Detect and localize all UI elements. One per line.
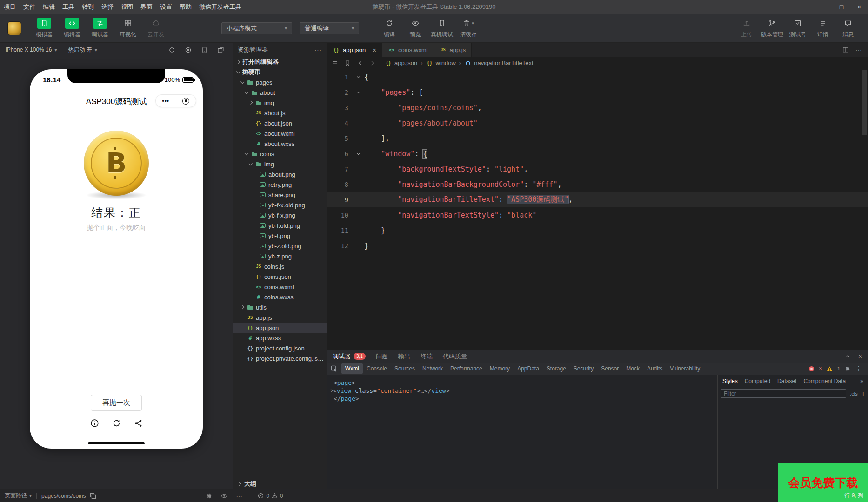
code-editor[interactable]: 1{2 "pages": [3 "pages/coins/coins",4 "p… — [327, 69, 868, 350]
project-avatar[interactable] — [7, 21, 21, 35]
file-row[interactable]: about.png — [233, 169, 327, 179]
mode-dropdown[interactable]: 小程序模式 ▾ — [221, 22, 292, 34]
code-line[interactable]: 10 "navigationBarTextStyle": "black" — [327, 207, 868, 223]
cls-toggle[interactable]: .cls — [850, 391, 858, 396]
file-row[interactable]: app.json — [233, 323, 327, 333]
style-filter-input[interactable] — [721, 389, 846, 398]
devtools-tab-memory[interactable]: Memory — [486, 363, 514, 374]
menu-item[interactable]: 工具 — [59, 0, 78, 14]
compile-mode-dropdown[interactable]: 普通编译 ▾ — [300, 22, 359, 34]
settings-icon[interactable] — [206, 493, 213, 499]
file-row[interactable]: app.wxss — [233, 333, 327, 343]
code-line[interactable]: 9 "navigationBarTitleText": "ASP300源码测试"… — [327, 192, 868, 207]
section-row[interactable]: 抛硬币 — [233, 67, 327, 77]
devtools-tab-wxml[interactable]: Wxml — [341, 363, 363, 374]
menu-item[interactable]: 设置 — [156, 0, 176, 14]
minimize-icon[interactable]: ─ — [815, 0, 833, 14]
devtools-tab-sensor[interactable]: Sensor — [597, 363, 622, 374]
file-row[interactable]: coins.wxss — [233, 292, 327, 302]
file-row[interactable]: coins.js — [233, 261, 327, 271]
styles-tab-styles[interactable]: Styles — [722, 378, 738, 384]
editor-tab[interactable]: app.json× — [327, 43, 382, 57]
folder-row[interactable]: img — [233, 159, 327, 169]
code-line[interactable]: 11 } — [327, 223, 868, 238]
file-row[interactable]: yb-z.png — [233, 251, 327, 261]
test-account-button[interactable]: 测试号 — [787, 18, 808, 39]
devtools-tab-audits[interactable]: Audits — [643, 363, 666, 374]
code-line[interactable]: 8 "navigationBarBackgroundColor": "#fff"… — [327, 177, 868, 192]
inspect-element-button[interactable] — [331, 365, 338, 372]
file-row[interactable]: coins.wxml — [233, 282, 327, 292]
editor-scrollbar[interactable] — [862, 70, 867, 135]
more-actions-icon[interactable]: ··· — [314, 46, 322, 53]
devtools-tab-console[interactable]: Console — [363, 363, 391, 374]
folder-row[interactable]: utils — [233, 302, 327, 312]
record-icon[interactable] — [185, 46, 192, 53]
clear-cache-button[interactable]: ▾清缓存 — [458, 18, 479, 39]
debugger-tab[interactable]: 代码质量 — [443, 352, 467, 361]
device-selector[interactable]: iPhone X 100% 16 ▾ — [6, 46, 57, 53]
devtools-tab-security[interactable]: Security — [570, 363, 597, 374]
editor-tab[interactable]: app.js — [434, 43, 472, 57]
menu-item[interactable]: 编辑 — [39, 0, 59, 14]
menu-item[interactable]: 帮助 — [176, 0, 195, 14]
folder-row[interactable]: pages — [233, 77, 327, 87]
file-row[interactable]: yb-f-x.old.png — [233, 200, 327, 210]
devtools-tab-storage[interactable]: Storage — [543, 363, 570, 374]
problem-counts[interactable]: 0 0 — [258, 493, 283, 499]
more-options-icon[interactable]: ⋮ — [855, 365, 862, 372]
editor-tab[interactable]: coins.wxml — [382, 43, 434, 57]
code-line[interactable]: 2 "pages": [ — [327, 85, 868, 100]
messages-button[interactable]: 消息 — [837, 18, 859, 39]
code-line[interactable]: 6 "window": { — [327, 146, 868, 161]
navigate-back-icon[interactable] — [357, 60, 363, 66]
split-editor-icon[interactable] — [842, 46, 849, 53]
devtools-tab-sources[interactable]: Sources — [391, 363, 419, 374]
open-editors-icon[interactable] — [332, 60, 338, 66]
styles-tab-component-data[interactable]: Component Data — [803, 378, 846, 384]
code-line[interactable]: 1{ — [327, 69, 868, 85]
more-icons[interactable]: ⋯ — [236, 492, 243, 500]
menu-item[interactable]: 转到 — [78, 0, 98, 14]
page-path-dropdown[interactable]: 页面路径 ▾ — [5, 492, 32, 500]
code-line[interactable]: 7 "backgroundTextStyle": "light", — [327, 161, 868, 177]
devtools-tab-mock[interactable]: Mock — [622, 363, 643, 374]
menu-item[interactable]: 文件 — [20, 0, 39, 14]
file-row[interactable]: yb-f.old.png — [233, 220, 327, 231]
file-row[interactable]: yb-z.old.png — [233, 241, 327, 251]
menu-item[interactable]: 选择 — [98, 0, 117, 14]
devtools-tab-performance[interactable]: Performance — [447, 363, 486, 374]
outline-section[interactable]: 大纲 — [233, 478, 327, 489]
gear-icon[interactable] — [845, 366, 851, 372]
menu-item[interactable]: 项目 — [0, 0, 20, 14]
visualization-button[interactable]: 可视化 — [117, 18, 139, 39]
preview-button[interactable]: 预览 — [405, 18, 426, 39]
breadcrumb-item[interactable]: window — [426, 59, 456, 67]
dom-node[interactable]: </page> — [329, 395, 715, 403]
folder-row[interactable]: coins — [233, 149, 327, 159]
dom-node[interactable]: <page> — [329, 379, 715, 387]
simulator-button[interactable]: 模拟器 — [33, 18, 55, 39]
menu-item[interactable]: 界面 — [137, 0, 156, 14]
detach-window-icon[interactable] — [217, 46, 224, 53]
navigate-forward-icon[interactable] — [369, 60, 376, 66]
debugger-tab[interactable]: 问题 — [376, 352, 388, 361]
dom-node[interactable]: <view class="container">…</view> — [329, 387, 715, 395]
code-line[interactable]: 5 ], — [327, 131, 868, 146]
file-row[interactable]: about.js — [233, 108, 327, 118]
debugger-tab[interactable]: 终端 — [421, 352, 433, 361]
collapse-panel-icon[interactable] — [845, 353, 851, 359]
more-actions-icon[interactable]: ⋯ — [855, 46, 862, 53]
refresh-icon[interactable] — [112, 419, 121, 428]
file-row[interactable]: share.png — [233, 190, 327, 200]
device-rotate-icon[interactable] — [201, 46, 208, 53]
folder-row[interactable]: img — [233, 98, 327, 108]
file-row[interactable]: yb-f-x.png — [233, 210, 327, 220]
breadcrumb-item[interactable]: app.json — [385, 59, 417, 67]
file-row[interactable]: project.config.json — [233, 343, 327, 353]
add-style-icon[interactable]: + — [861, 390, 865, 397]
preview-icon[interactable] — [221, 493, 227, 499]
menu-item[interactable]: 视图 — [117, 0, 137, 14]
code-line[interactable]: 12} — [327, 238, 868, 253]
file-row[interactable]: coins.json — [233, 271, 327, 282]
